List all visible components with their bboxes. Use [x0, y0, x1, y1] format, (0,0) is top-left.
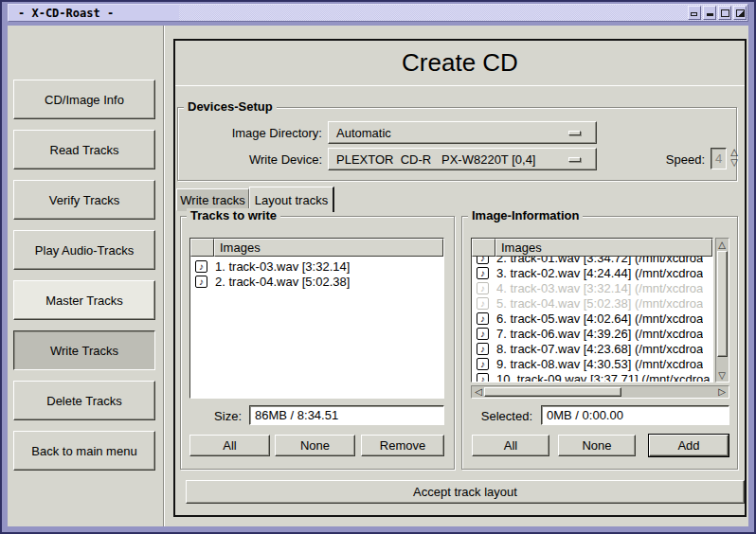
write-device-dropdown[interactable]: PLEXTOR CD-R PX-W8220T [0,4] — [328, 148, 597, 170]
tracks-to-write-legend: Tracks to write — [187, 208, 280, 222]
track-row[interactable]: ♪ 3. track-02.wav [4:24.44] (/mnt/xcdroa — [472, 265, 712, 280]
size-field[interactable]: 86MB / 8:34.51 — [249, 405, 444, 425]
image-information-legend: Image-Information — [468, 208, 583, 222]
list-body: ♪ 1. track-03.wav [3:32.14] ♪ 2. track-0… — [190, 257, 443, 398]
track-row[interactable]: ♪ 2. track-04.wav [5:02.38] — [190, 274, 443, 289]
selected-field[interactable]: 0MB / 0:00.00 — [541, 405, 729, 425]
track-label: 8. track-07.wav [4:23.68] (/mnt/xcdroa — [496, 342, 703, 356]
vertical-scrollbar-thumb[interactable] — [717, 251, 728, 357]
spin-up-icon[interactable]: △ — [728, 147, 741, 157]
accept-track-layout-button[interactable]: Accept track layout — [186, 480, 745, 504]
pane-divider — [163, 26, 165, 526]
size-label: Size: — [181, 409, 242, 423]
track-label: 9. track-08.wav [4:30.53] (/mnt/xcdroa — [496, 357, 703, 371]
track-label: 4. track-03.wav [3:32.14] (/mnt/xcdroa — [496, 281, 703, 295]
write-device-label: Write Device: — [178, 152, 322, 167]
devices-setup-legend: Devices-Setup — [184, 99, 277, 114]
option-menu-indicator-icon — [568, 131, 581, 135]
music-note-icon: ♪ — [195, 276, 207, 288]
track-label: 5. track-04.wav [5:02.38] (/mnt/xcdroa — [496, 296, 703, 311]
speed-label: Speed: — [620, 152, 705, 167]
sidebar-item-back-to-main-menu[interactable]: Back to main menu — [13, 431, 155, 471]
track-label: 6. track-05.wav [4:02.64] (/mnt/xcdroa — [496, 312, 703, 326]
speed-spinner-arrows: △ ▽ — [728, 147, 741, 168]
list-header: Images — [472, 239, 712, 257]
sidebar-item-play-audio-tracks[interactable]: Play Audio-Tracks — [13, 230, 155, 270]
tracks-to-write-frame: Tracks to write Images ♪ 1. track-03.wav… — [180, 216, 455, 470]
track-row[interactable]: ♪ 2. track-01.wav [3:34.72] (/mnt/xcdroa — [472, 257, 712, 265]
select-none-button[interactable]: None — [275, 435, 355, 456]
scroll-down-icon[interactable]: ▽ — [716, 370, 728, 381]
select-all-button[interactable]: All — [472, 435, 549, 456]
sidebar-item-read-tracks[interactable]: Read Tracks — [13, 130, 155, 169]
scroll-left-icon[interactable]: ◁ — [473, 386, 484, 397]
remove-button[interactable]: Remove — [361, 435, 444, 456]
music-note-icon: ♪ — [477, 343, 489, 355]
menu-icon — [691, 12, 697, 16]
images-column-header[interactable]: Images — [214, 239, 443, 257]
image-directory-label: Image Directory: — [178, 126, 322, 140]
track-row[interactable]: ♪ 1. track-03.wav [3:32.14] — [190, 258, 443, 274]
window-controls — [688, 6, 747, 20]
image-directory-dropdown[interactable]: Automatic — [328, 121, 597, 144]
main-panel: Create CD Devices-Setup Image Directory:… — [173, 39, 747, 517]
music-note-icon: ♪ — [477, 297, 489, 310]
window-menu-button[interactable] — [688, 6, 701, 20]
track-row-disabled: ♪ 5. track-04.wav [5:02.38] (/mnt/xcdroa — [472, 295, 712, 311]
page-title: Create CD — [175, 41, 745, 86]
track-row[interactable]: ♪ 10. track-09.wav [3:37.71] (/mnt/xcdro… — [472, 371, 712, 382]
maximize-button[interactable] — [718, 6, 731, 20]
tracks-to-write-list: Images ♪ 1. track-03.wav [3:32.14] ♪ 2. … — [189, 238, 444, 399]
music-note-icon: ♪ — [477, 267, 489, 279]
scroll-up-icon[interactable]: △ — [716, 240, 728, 250]
maximize-icon — [721, 9, 729, 17]
image-information-frame: Image-Information Images ♪ 2. track-01.w… — [461, 216, 738, 470]
window-title: - X-CD-Roast - — [9, 5, 179, 21]
horizontal-scrollbar[interactable]: ◁ ▷ — [471, 385, 729, 399]
list-header: Images — [190, 239, 443, 257]
sidebar-item-delete-tracks[interactable]: Delete Tracks — [13, 381, 155, 420]
write-device-value: PLEXTOR CD-R PX-W8220T [0,4] — [336, 152, 535, 167]
track-row[interactable]: ♪ 9. track-08.wav [4:30.53] (/mnt/xcdroa — [472, 356, 712, 371]
select-none-button[interactable]: None — [558, 435, 636, 456]
horizontal-scrollbar-thumb[interactable] — [484, 387, 621, 397]
speed-spinner[interactable]: 4 — [711, 148, 727, 169]
music-note-icon: ♪ — [477, 282, 489, 294]
minimize-button[interactable] — [703, 6, 716, 20]
option-menu-indicator-icon — [568, 157, 581, 162]
icon-column-header[interactable] — [190, 239, 214, 257]
track-label: 2. track-04.wav [5:02.38] — [215, 275, 350, 289]
track-label: 1. track-03.wav [3:32.14] — [215, 259, 350, 274]
spin-down-icon[interactable]: ▽ — [728, 157, 741, 168]
vertical-scrollbar[interactable]: △ ▽ — [715, 238, 729, 383]
track-label: 7. track-06.wav [4:39.26] (/mnt/xcdroa — [496, 327, 703, 341]
track-label: 3. track-02.wav [4:24.44] (/mnt/xcdroa — [496, 266, 703, 280]
scroll-right-icon[interactable]: ▷ — [716, 386, 728, 397]
sidebar-item-cd-image-info[interactable]: CD/Image Info — [13, 80, 155, 119]
client-area: CD/Image Info Read Tracks Verify Tracks … — [8, 26, 748, 526]
titlebar[interactable]: - X-CD-Roast - — [8, 4, 748, 22]
sidebar-item-verify-tracks[interactable]: Verify Tracks — [13, 180, 155, 220]
minimize-icon — [707, 13, 713, 16]
select-all-button[interactable]: All — [189, 435, 270, 456]
sidebar-item-master-tracks[interactable]: Master Tracks — [13, 280, 155, 320]
track-row[interactable]: ♪ 7. track-06.wav [4:39.26] (/mnt/xcdroa — [472, 326, 712, 341]
track-row[interactable]: ♪ 6. track-05.wav [4:02.64] (/mnt/xcdroa — [472, 311, 712, 326]
music-note-icon: ♪ — [477, 328, 489, 340]
app-window: - X-CD-Roast - CD/Image Info Read Tracks… — [0, 0, 756, 534]
restore-button[interactable] — [733, 6, 747, 20]
add-button[interactable]: Add — [649, 435, 729, 456]
track-label: 10. track-09.wav [3:37.71] (/mnt/xcdroa — [496, 372, 710, 383]
icon-column-header[interactable] — [472, 239, 495, 257]
track-row-disabled: ♪ 4. track-03.wav [3:32.14] (/mnt/xcdroa — [472, 280, 712, 295]
sidebar-item-write-tracks[interactable]: Write Tracks — [13, 330, 155, 370]
images-column-header[interactable]: Images — [495, 239, 712, 257]
restore-icon — [736, 9, 745, 17]
track-label: 2. track-01.wav [3:34.72] (/mnt/xcdroa — [496, 257, 703, 265]
music-note-icon: ♪ — [477, 312, 489, 325]
music-note-icon: ♪ — [195, 260, 207, 273]
devices-setup-frame: Devices-Setup Image Directory: Automatic… — [177, 107, 737, 181]
list-body: ♪ 2. track-01.wav [3:34.72] (/mnt/xcdroa… — [472, 257, 712, 382]
track-row[interactable]: ♪ 8. track-07.wav [4:23.68] (/mnt/xcdroa — [472, 341, 712, 356]
music-note-icon: ♪ — [477, 257, 489, 264]
